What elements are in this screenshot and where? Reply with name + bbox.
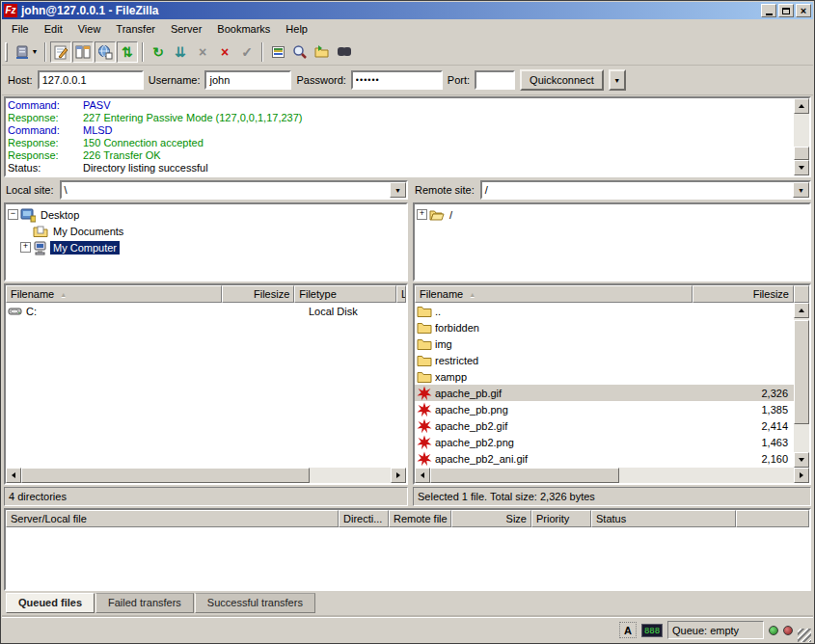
scroll-left-button[interactable] [6,468,21,483]
maximize-button[interactable] [778,4,794,17]
remote-file-row[interactable]: img [415,335,794,352]
remote-file-row[interactable]: .. [415,303,794,319]
expand-icon[interactable]: + [417,209,427,220]
toggle-transfer-queue-button[interactable]: ⇅ [117,41,138,63]
log-label: Response: [8,149,83,162]
file-search-button[interactable] [334,41,355,63]
column-header-status[interactable]: Status [591,510,736,527]
scroll-track[interactable] [794,114,809,160]
quickconnect-dropdown-button[interactable]: ▼ [609,69,626,91]
scroll-track[interactable] [794,318,809,452]
scroll-track[interactable] [430,468,794,483]
transfer-type-icon[interactable]: A [619,622,637,638]
toggle-message-log-button[interactable] [50,41,71,63]
column-header-filesize[interactable]: Filesize [693,285,794,303]
scroll-left-button[interactable] [415,468,430,483]
remote-file-row[interactable]: restricted [415,352,794,368]
column-header-priority[interactable]: Priority [531,510,591,527]
scroll-right-button[interactable] [391,468,406,483]
remote-file-row[interactable]: apache_pb2.png 1,463 [415,434,794,450]
tab-failed-transfers[interactable]: Failed transfers [95,593,194,613]
scroll-right-button[interactable] [794,468,809,483]
remote-file-row[interactable]: apache_pb2_ani.gif 2,160 [415,450,794,467]
tree-item-desktop[interactable]: − Desktop [8,206,406,223]
tab-queued-files[interactable]: Queued files [6,593,95,613]
column-header-server-local-file[interactable]: Server/Local file [6,510,339,527]
expand-icon[interactable]: + [20,242,31,253]
cancel-icon: × [199,45,206,59]
remote-file-row[interactable]: apache_pb.png 1,385 [415,401,794,417]
minimize-button[interactable] [761,4,776,17]
collapse-icon[interactable]: − [8,209,18,220]
remote-file-row[interactable]: forbidden [415,319,794,335]
remote-horizontal-scrollbar[interactable] [415,468,809,483]
menu-server[interactable]: Server [163,21,209,37]
remote-site-combobox[interactable]: / ▼ [480,180,811,200]
refresh-button[interactable]: ↻ [148,41,169,63]
column-header-remote-file[interactable]: Remote file [389,510,451,527]
local-file-row[interactable]: C: Local Disk [6,303,406,319]
remote-file-row-selected[interactable]: apache_pb.gif 2,326 [415,385,794,401]
scroll-thumb[interactable] [794,320,809,424]
tree-item-root[interactable]: + / [417,206,809,223]
remote-file-row[interactable]: apache_pb2.gif 2,414 [415,417,794,434]
directory-compare-button[interactable] [289,41,311,63]
scroll-up-button[interactable] [794,98,809,114]
scroll-thumb[interactable] [430,468,619,483]
remote-vertical-scrollbar[interactable] [794,303,809,468]
tree-item-my-computer[interactable]: + My Computer [8,239,406,255]
username-input[interactable] [204,70,291,90]
speed-limit-icon[interactable]: 888 [641,624,663,637]
close-button[interactable]: × [796,4,811,17]
directory-filter-button[interactable] [267,41,288,63]
scroll-thumb[interactable] [21,468,310,483]
menu-help[interactable]: Help [278,21,315,37]
scroll-up-button[interactable] [794,303,809,318]
tree-item-label[interactable]: Desktop [38,208,82,222]
site-manager-button[interactable]: ▼ [12,41,41,63]
host-input[interactable] [38,70,144,90]
titlebar[interactable]: Fz john@127.0.0.1 - FileZilla × [2,2,813,19]
resize-grip[interactable] [798,629,811,642]
menu-bookmarks[interactable]: Bookmarks [209,21,278,37]
tree-item-label[interactable]: / [447,208,455,222]
column-header-filename[interactable]: Filename▲ [6,285,222,303]
tree-item-my-documents[interactable]: My Documents [8,223,406,239]
password-input[interactable] [351,70,443,90]
column-header-filetype[interactable]: Filetype [294,285,396,303]
toggle-local-tree-button[interactable] [72,41,94,63]
tree-item-label[interactable]: My Documents [50,225,126,238]
scroll-down-button[interactable] [794,452,809,468]
column-header-filesize[interactable]: Filesize [222,285,294,303]
column-header-direction[interactable]: Directi... [339,510,389,527]
log-scrollbar[interactable] [794,98,809,175]
menu-edit[interactable]: Edit [37,21,70,37]
toggle-remote-tree-button[interactable] [95,41,116,63]
column-header-size[interactable]: Size [451,510,531,527]
local-site-combobox[interactable]: \ ▼ [60,180,408,200]
disconnect-button[interactable]: × [214,41,235,63]
menu-file[interactable]: File [4,21,37,37]
port-input[interactable] [475,70,515,90]
menu-transfer[interactable]: Transfer [108,21,163,37]
scroll-down-button[interactable] [794,160,809,175]
menu-view[interactable]: View [70,21,109,37]
chevron-down-icon[interactable]: ▼ [390,182,406,198]
remote-file-row[interactable]: xampp [415,368,794,385]
cancel-operation-button[interactable]: × [192,41,213,63]
local-horizontal-scrollbar[interactable] [6,468,406,483]
file-name: apache_pb.gif [435,388,693,399]
tree-item-label[interactable]: My Computer [50,241,120,255]
scroll-track[interactable] [21,468,391,483]
file-size: 2,326 [693,388,794,399]
tab-successful-transfers[interactable]: Successful transfers [195,593,315,613]
column-header-filename[interactable]: Filename▲ [415,285,693,303]
synchronized-browsing-button[interactable] [312,41,333,63]
column-header-last-modified[interactable]: L [396,285,406,303]
queue-list-empty[interactable] [6,527,809,589]
process-queue-button[interactable]: ⇊ [170,41,191,63]
reconnect-button[interactable]: ✓ [236,41,258,63]
scroll-thumb[interactable] [794,147,809,160]
quickconnect-button[interactable]: Quickconnect [520,69,604,91]
chevron-down-icon[interactable]: ▼ [793,182,809,198]
